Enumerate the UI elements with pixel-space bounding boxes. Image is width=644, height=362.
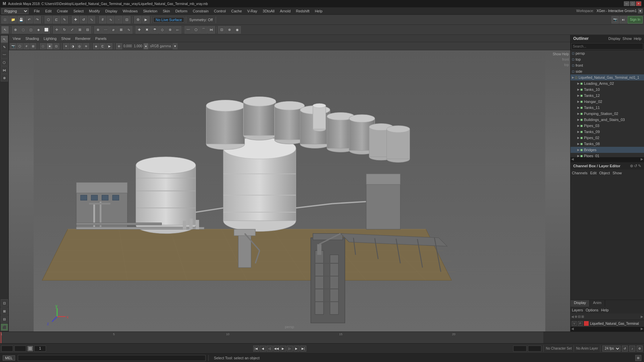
menu-windows[interactable]: Windows <box>120 8 141 14</box>
universal-manipulator-icon[interactable]: ⊞ <box>76 26 84 34</box>
command-input[interactable] <box>18 355 206 361</box>
plus-icon[interactable]: ✚ <box>136 26 143 34</box>
camera-icon[interactable]: 📷 <box>611 16 619 23</box>
viewport-menu-view[interactable]: View <box>11 36 23 41</box>
vp-shadow-button[interactable]: ◑ <box>70 43 76 49</box>
component-select-icon[interactable]: ◈ <box>35 26 42 34</box>
outliner-scroll-left-icon[interactable]: ◀ <box>571 157 574 162</box>
outliner-item-pipes01[interactable]: ▶ ◼ Pipes_01 <box>571 153 644 157</box>
snap-icon2[interactable]: ⟜ <box>174 26 181 34</box>
layer-item-lngt[interactable]: V P Liquefied_Natural_Gas_Terminal <box>571 320 644 327</box>
outliner-item-persp[interactable]: ◻ persp <box>571 50 644 56</box>
vp-color-profile-button[interactable]: ● <box>144 43 148 49</box>
move-tool-button[interactable]: ✛ <box>72 16 79 23</box>
loop-button[interactable]: ↺ <box>622 346 628 352</box>
vp-perspective-icon[interactable]: ⬡ <box>17 43 23 49</box>
nurbs-icon[interactable]: ⌒ <box>200 26 207 34</box>
display-tab[interactable]: Display <box>571 300 590 307</box>
menu-cache[interactable]: Cache <box>228 8 245 14</box>
channelbox-icon2[interactable]: ↺ <box>634 164 637 168</box>
show-manipulator-icon[interactable]: ⊟ <box>84 26 91 34</box>
rotate-tool-button[interactable]: ↺ <box>80 16 87 23</box>
outliner-item-pipes02[interactable]: ▶ ◼ Pipes_02 <box>571 135 644 141</box>
next-frame-button[interactable]: ▶ <box>293 346 300 352</box>
timeline-track[interactable]: 1 5 10 15 20 25 30 35 40 45 50 55 60 65 … <box>0 332 543 343</box>
minus-icon[interactable]: ✖ <box>143 26 151 34</box>
lt-select-button[interactable]: ↖ <box>1 36 8 43</box>
undo-button[interactable]: ↶ <box>25 16 33 23</box>
curve-tool-icon[interactable]: 〰 <box>184 26 192 34</box>
render-icon[interactable]: ⊕ <box>226 26 233 34</box>
outliner-item-front[interactable]: ◻ front <box>571 62 644 68</box>
mel-button[interactable]: MEL <box>3 355 15 361</box>
layers-menu-label[interactable]: Layers <box>572 308 583 312</box>
lattice-icon[interactable]: ⊠ <box>117 26 125 34</box>
prev-frame-button[interactable]: ◀ <box>260 346 266 352</box>
outliner-show-label[interactable]: Show <box>623 37 632 41</box>
restore-button[interactable]: □ <box>630 1 635 6</box>
face-select-icon[interactable]: ⬜ <box>43 26 50 34</box>
outliner-search-input[interactable] <box>571 43 643 50</box>
lt-display2-button[interactable]: ⊠ <box>1 307 8 315</box>
layers-help-label[interactable]: Help <box>601 308 609 312</box>
open-scene-button[interactable]: 📁 <box>9 16 17 23</box>
menu-control[interactable]: Control <box>211 8 228 14</box>
vp-textured-button[interactable]: ⊡ <box>53 43 59 49</box>
vp-playblast-icon[interactable]: ⊞ <box>30 43 36 49</box>
menu-skin[interactable]: Skin <box>160 8 172 14</box>
menu-display[interactable]: Display <box>103 8 120 14</box>
vp-isolate-button[interactable]: ◈ <box>93 43 99 49</box>
anim-tab[interactable]: Anim <box>590 300 605 307</box>
playblast-button[interactable]: ⏯ <box>620 16 627 23</box>
outliner-display-label[interactable]: Display <box>608 37 621 41</box>
range-start2-input[interactable] <box>34 346 46 352</box>
viewport-menu-renderer[interactable]: Renderer <box>73 36 93 41</box>
snap-view-button[interactable]: ⊡ <box>123 16 130 23</box>
status-grid-button[interactable]: ⊞ <box>635 355 641 361</box>
outliner-item-side[interactable]: ◻ side <box>571 68 644 74</box>
deform-icon[interactable]: ⋈ <box>208 26 215 34</box>
menu-help[interactable]: Help <box>312 8 325 14</box>
menu-deform[interactable]: Deform <box>173 8 190 14</box>
soft-select-icon[interactable]: ◌ <box>19 26 27 34</box>
display-icon[interactable]: ◉ <box>233 26 241 34</box>
lt-rigging-button[interactable]: ⊕ <box>1 74 8 81</box>
lt-display3-button[interactable]: ⊟ <box>1 315 8 323</box>
play-button[interactable]: ▶ <box>280 346 286 352</box>
brush-icon[interactable]: ☂ <box>151 26 158 34</box>
outliner-item-pipes03[interactable]: ▶ ◼ Pipes_03 <box>571 123 644 129</box>
menu-3dtoall[interactable]: 3DtoAll <box>260 8 277 14</box>
menu-file[interactable]: File <box>31 8 43 14</box>
select-tool-icon[interactable]: ↖ <box>1 26 9 34</box>
menu-redshift[interactable]: Redshift <box>293 8 312 14</box>
outliner-item-loading-arms[interactable]: ▶ ◼ Loading_Arms_02 <box>571 80 644 86</box>
timeline-cursor[interactable] <box>1 332 1 343</box>
cb-show-label[interactable]: Show <box>612 171 622 175</box>
menu-edit[interactable]: Edit <box>43 8 54 14</box>
transform-icon[interactable]: ⊕ <box>12 26 19 34</box>
play-back-button[interactable]: ◀◀ <box>273 346 279 352</box>
fps-dropdown[interactable]: 24 fps 30 fps 60 fps <box>602 346 621 352</box>
lt-display4-button[interactable]: ⬛ <box>1 323 8 331</box>
layer-scroll-left-icon[interactable]: ◀ <box>571 315 574 318</box>
menu-arnold[interactable]: Arnold <box>277 8 293 14</box>
lt-paint-button[interactable]: ✎ <box>1 43 8 51</box>
viewport-menu-show[interactable]: Show <box>59 36 73 41</box>
channelbox-icon1[interactable]: ⊕ <box>630 164 633 168</box>
range-end2-input[interactable]: 200 <box>528 346 541 352</box>
outliner-item-hangar02[interactable]: ▶ ◼ Hangar_02 <box>571 99 644 105</box>
lt-poly-button[interactable]: ⬡ <box>1 59 8 66</box>
menu-skeleton[interactable]: Skeleton <box>140 8 160 14</box>
vp-render-button[interactable]: ▶ <box>106 43 112 49</box>
polygon-icon[interactable]: ⬠ <box>192 26 200 34</box>
close-button[interactable]: ✕ <box>636 1 641 6</box>
viewport-3d[interactable]: x y z persp Show Help front top <box>9 50 570 331</box>
outliner-item-tanks08[interactable]: ▶ ◼ Tanks_08 <box>571 141 644 147</box>
minimize-button[interactable]: ─ <box>624 1 629 6</box>
snap-point-button[interactable]: · <box>115 16 122 23</box>
outliner-item-lngt-group[interactable]: ▶ ◻ Liquefied_Natural_Gas_Terminal_ncl1_… <box>571 74 644 80</box>
outliner-item-bridges[interactable]: ▶ ◼ Bridges <box>571 147 644 153</box>
cb-object-label[interactable]: Object <box>599 171 610 175</box>
scale-icon[interactable]: ⤢ <box>68 26 76 34</box>
outliner-scroll-right-icon[interactable]: ▶ <box>641 157 643 162</box>
